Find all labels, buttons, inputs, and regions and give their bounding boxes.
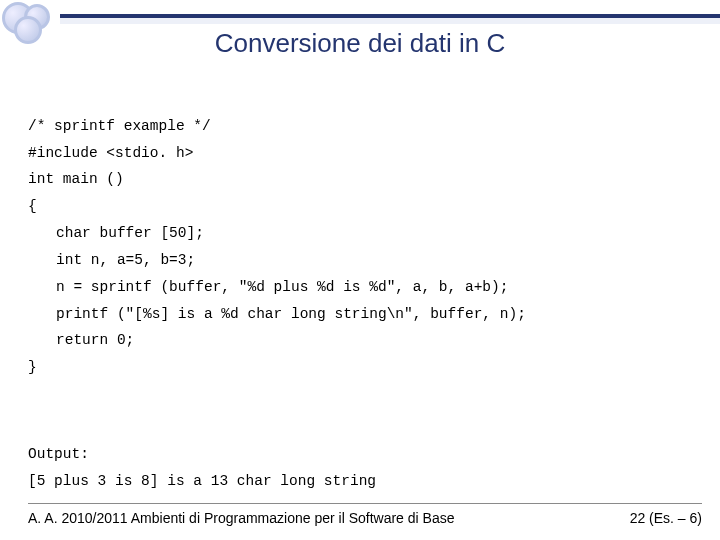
output-label: Output: xyxy=(28,446,89,462)
code-line: #include <stdio. h> xyxy=(28,145,193,161)
code-line: int main () xyxy=(28,171,124,187)
output-line: [5 plus 3 is 8] is a 13 char long string xyxy=(28,473,376,489)
code-line: n = sprintf (buffer, "%d plus %d is %d",… xyxy=(28,274,692,301)
header-bar xyxy=(60,14,720,18)
output-listing: Output: [5 plus 3 is 8] is a 13 char lon… xyxy=(28,414,692,494)
slide-footer: A. A. 2010/2011 Ambienti di Programmazio… xyxy=(28,503,702,526)
code-listing: /* sprintf example */ #include <stdio. h… xyxy=(28,86,692,381)
code-line: char buffer [50]; xyxy=(28,220,692,247)
slide-title: Conversione dei dati in C xyxy=(0,28,720,59)
code-line: { xyxy=(28,198,37,214)
code-line: /* sprintf example */ xyxy=(28,118,211,134)
footer-left: A. A. 2010/2011 Ambienti di Programmazio… xyxy=(28,510,454,526)
code-line: printf ("[%s] is a %d char long string\n… xyxy=(28,301,692,328)
code-line: } xyxy=(28,359,37,375)
footer-right: 22 (Es. – 6) xyxy=(630,510,702,526)
code-line: return 0; xyxy=(28,327,692,354)
code-line: int n, a=5, b=3; xyxy=(28,247,692,274)
